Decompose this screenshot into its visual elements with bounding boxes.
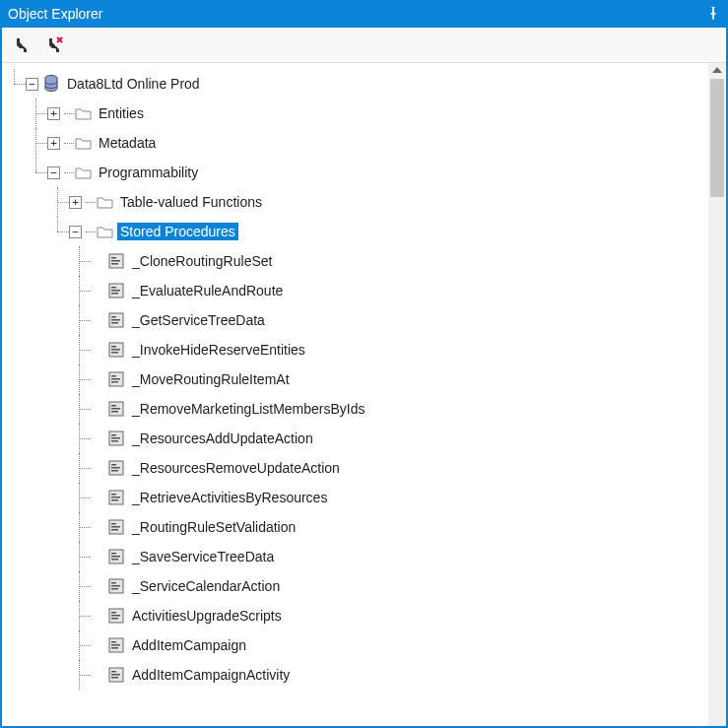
svg-rect-58 [111, 671, 116, 673]
tree-node-stored-procedure[interactable]: _RetrieveActivitiesByResources [4, 483, 708, 512]
tree-node-stored-procedure[interactable]: _RemoveMarketingListMembersByIds [4, 394, 708, 424]
tree-node-stored-procedure[interactable]: AddItemCampaignActivity [4, 660, 708, 690]
node-label: _EvaluateRuleAndRoute [129, 282, 286, 299]
tree-node-stored-procedure[interactable]: _InvokeHideReserveEntities [4, 335, 708, 364]
stored-procedure-icon [107, 607, 125, 625]
svg-rect-30 [111, 464, 116, 466]
svg-rect-56 [111, 647, 118, 649]
svg-rect-35 [111, 496, 120, 498]
tree-node-stored-procedure[interactable]: _MoveRoutingRuleItemAt [4, 364, 708, 394]
node-label: AddItemCampaign [129, 636, 249, 654]
node-label: _InvokeHideReserveEntities [129, 341, 308, 359]
svg-rect-51 [111, 615, 120, 617]
stored-procedure-icon [107, 666, 125, 684]
node-label: Metadata [96, 134, 159, 152]
node-label: Stored Procedures [117, 223, 238, 240]
tree-node-database[interactable]: − Data8Ltd Online Prod [4, 69, 708, 99]
node-label: _CloneRoutingRuleSet [129, 252, 275, 270]
node-label: _SaveServiceTreeData [129, 548, 277, 565]
node-label: _RetrieveActivitiesByResources [129, 489, 330, 506]
tree-node-stored-procedure[interactable]: _ServiceCalendarAction [4, 571, 708, 601]
svg-rect-52 [111, 618, 118, 620]
svg-rect-36 [111, 499, 118, 501]
tree-node-folder[interactable]: + Metadata [4, 128, 708, 158]
node-label: _RemoveMarketingListMembersByIds [129, 400, 368, 418]
node-label: _MoveRoutingRuleItemAt [129, 370, 293, 388]
svg-rect-23 [111, 408, 120, 410]
tree-node-stored-procedure[interactable]: AddItemCampaign [4, 630, 708, 660]
svg-rect-19 [111, 378, 120, 380]
tree-node-stored-procedure[interactable]: _GetServiceTreeData [4, 305, 708, 335]
svg-rect-7 [111, 290, 120, 292]
svg-rect-16 [111, 352, 118, 354]
expander-minus[interactable]: − [26, 78, 38, 91]
tree-view[interactable]: − Data8Ltd Online Prod + Entities + Meta… [2, 63, 708, 726]
svg-rect-47 [111, 585, 120, 587]
tree-node-stored-procedure[interactable]: _SaveServiceTreeData [4, 542, 708, 571]
tree-node-stored-procedure[interactable]: _EvaluateRuleAndRoute [4, 276, 708, 305]
node-label: ActivitiesUpgradeScripts [129, 607, 285, 625]
scroll-arrow-up-icon[interactable] [712, 67, 722, 73]
svg-rect-24 [111, 411, 118, 413]
tree-node-stored-procedure[interactable]: _RoutingRuleSetValidation [4, 512, 708, 542]
expander-plus[interactable]: + [47, 107, 60, 120]
connect-button[interactable] [12, 35, 32, 55]
svg-rect-22 [111, 405, 116, 407]
svg-rect-10 [111, 316, 116, 318]
expander-minus[interactable]: − [47, 166, 60, 179]
svg-rect-26 [111, 434, 116, 436]
expander-plus[interactable]: + [47, 137, 60, 150]
stored-procedure-icon [107, 577, 125, 595]
tree-node-folder[interactable]: + Table-valued Functions [4, 187, 708, 217]
toolbar [2, 28, 726, 63]
stored-procedure-icon [107, 459, 125, 477]
svg-rect-28 [111, 440, 118, 442]
database-icon [42, 75, 60, 93]
stored-procedure-icon [107, 370, 125, 388]
pin-icon[interactable] [706, 6, 720, 23]
node-label: Table-valued Functions [117, 193, 265, 211]
svg-rect-12 [111, 322, 118, 324]
tree-node-stored-procedure[interactable]: ActivitiesUpgradeScripts [4, 601, 708, 630]
svg-rect-6 [111, 287, 116, 289]
svg-rect-50 [111, 612, 116, 614]
svg-rect-34 [111, 494, 116, 496]
node-label: _ResourcesAddUpdateAction [129, 430, 316, 447]
tree-node-stored-procedure[interactable]: _ResourcesRemoveUpdateAction [4, 453, 708, 483]
tree-node-stored-procedure[interactable]: _ResourcesAddUpdateAction [4, 424, 708, 453]
node-label: _ResourcesRemoveUpdateAction [129, 459, 343, 477]
stored-procedure-icon [107, 518, 125, 536]
tree-node-stored-procedure[interactable]: _CloneRoutingRuleSet [4, 246, 708, 276]
stored-procedure-icon [107, 282, 125, 299]
svg-rect-48 [111, 588, 118, 590]
svg-rect-42 [111, 553, 116, 555]
scrollbar-vertical[interactable] [708, 63, 726, 726]
svg-rect-14 [111, 346, 116, 348]
svg-rect-20 [111, 381, 118, 383]
stored-procedure-icon [107, 430, 125, 447]
scroll-thumb[interactable] [710, 79, 724, 197]
folder-icon [96, 223, 113, 240]
svg-rect-8 [111, 293, 118, 295]
stored-procedure-icon [107, 311, 125, 329]
svg-rect-54 [111, 641, 116, 643]
panel-title: Object Explorer [8, 6, 102, 22]
node-label: AddItemCampaignActivity [129, 666, 293, 684]
node-label: _GetServiceTreeData [129, 311, 268, 329]
tree-node-folder[interactable]: + Entities [4, 99, 708, 128]
expander-plus[interactable]: + [69, 196, 82, 209]
svg-rect-27 [111, 437, 120, 439]
svg-rect-32 [111, 470, 118, 472]
titlebar: Object Explorer [2, 0, 726, 28]
disconnect-button[interactable] [45, 35, 65, 55]
stored-procedure-icon [107, 252, 125, 270]
node-label: Data8Ltd Online Prod [64, 75, 203, 93]
tree-node-folder-selected[interactable]: − Stored Procedures [4, 217, 708, 246]
svg-rect-2 [111, 257, 116, 259]
stored-procedure-icon [107, 341, 125, 359]
tree-node-folder[interactable]: − Programmability [4, 158, 708, 187]
expander-minus[interactable]: − [69, 226, 82, 238]
svg-rect-44 [111, 559, 118, 561]
node-label: Entities [96, 104, 147, 122]
svg-rect-3 [111, 260, 120, 262]
